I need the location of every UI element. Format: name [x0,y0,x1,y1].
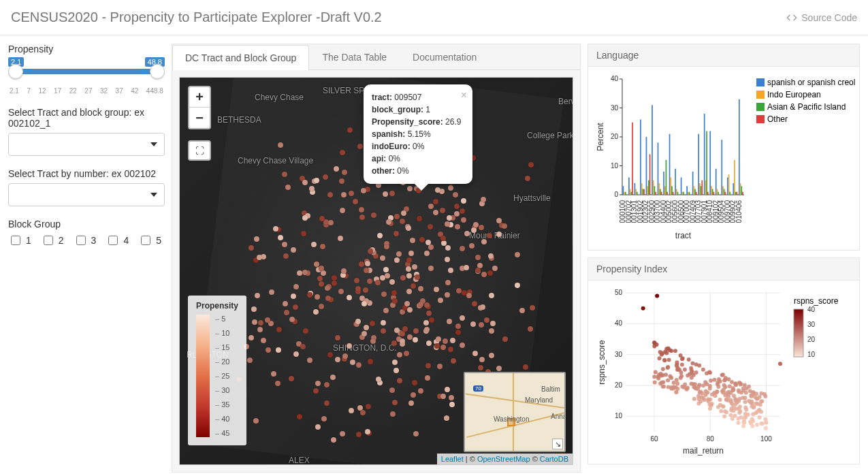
svg-point-410 [664,372,668,377]
source-code-label: Source Code [801,12,857,23]
svg-text:20: 20 [615,381,623,389]
svg-rect-36 [648,180,649,195]
svg-point-179 [709,379,713,383]
svg-rect-54 [669,134,671,195]
svg-point-413 [679,370,683,375]
svg-text:60: 60 [651,435,659,443]
minimap-toggle[interactable]: ↘ [552,439,563,449]
svg-rect-64 [681,178,682,195]
svg-text:50: 50 [615,289,623,296]
svg-point-276 [726,390,730,394]
blockgroup-checkbox-1[interactable]: 1 [8,234,31,247]
svg-point-340 [721,372,725,377]
svg-rect-87 [707,192,709,195]
zoom-out-button[interactable]: − [189,108,210,128]
svg-rect-100 [722,186,724,195]
svg-rect-84 [704,114,705,195]
svg-point-302 [672,381,676,385]
svg-point-300 [696,402,701,406]
svg-rect-114 [739,99,740,195]
close-icon[interactable]: × [461,87,467,104]
svg-point-356 [724,398,728,402]
blockgroup-checkbox-4[interactable]: 4 [106,234,129,247]
svg-point-382 [708,398,712,402]
svg-point-195 [654,370,658,375]
svg-rect-40 [653,180,654,195]
svg-rect-61 [677,192,679,195]
svg-point-402 [701,396,705,400]
svg-rect-15 [624,192,625,195]
svg-rect-91 [712,189,713,195]
svg-text:Indo European: Indo European [767,90,821,99]
zoom-in-button[interactable]: + [189,87,210,108]
svg-text:010406: 010406 [735,200,743,223]
tab-doc[interactable]: Documentation [400,44,489,69]
svg-rect-81 [701,186,702,195]
slider-thumb-hi[interactable] [150,64,165,79]
svg-rect-32 [643,189,645,195]
svg-rect-115 [740,183,741,195]
svg-rect-102 [725,192,726,195]
blockgroup-checkbox-2[interactable]: 2 [41,234,64,247]
svg-text:100: 100 [760,435,772,443]
svg-rect-69 [686,186,688,195]
fullscreen-button[interactable]: ⛶ [188,140,211,161]
svg-point-372 [741,389,745,393]
svg-point-281 [692,397,696,401]
svg-rect-45 [658,183,660,195]
zoom-control: + − [188,86,211,129]
select-tract-bg-label: Select Tract and block group: ex 002102_… [8,107,165,129]
blockgroup-checkbox-3[interactable]: 3 [74,234,97,247]
svg-rect-82 [701,180,703,195]
svg-point-280 [759,392,763,396]
svg-point-305 [722,415,726,419]
map[interactable]: Chevy ChaseSILVER SPRINBETHESDAChevy Cha… [179,77,573,465]
svg-rect-22 [632,123,633,195]
select-tract[interactable] [8,183,165,206]
svg-rect-77 [696,192,697,195]
tab-map[interactable]: DC Tract and Block Group [172,45,309,70]
svg-point-398 [697,383,701,387]
svg-rect-71 [689,192,690,195]
language-title: Language [588,44,859,67]
slider-thumb-lo[interactable] [8,64,23,79]
carto-link[interactable]: CartoDB [540,455,568,463]
svg-text:40: 40 [615,319,623,327]
svg-point-400 [683,383,687,387]
svg-point-253 [679,374,684,378]
svg-point-408 [752,404,756,409]
propensity-slider[interactable]: 2.1 48.8 [8,59,165,84]
svg-point-306 [743,400,748,404]
svg-rect-99 [721,140,722,195]
svg-point-411 [748,389,752,393]
svg-point-414 [739,415,743,419]
svg-point-218 [680,363,684,367]
svg-text:rspns_score: rspns_score [597,340,607,385]
svg-point-381 [710,392,714,396]
osm-link[interactable]: OpenStreetMap [477,455,530,463]
svg-rect-16 [625,192,626,195]
svg-text:0: 0 [614,191,618,198]
legend-title: Propensity [196,301,238,311]
source-code-link[interactable]: Source Code [786,12,857,23]
svg-point-407 [722,383,726,387]
blockgroup-checkbox-5[interactable]: 5 [138,234,161,247]
svg-point-401 [666,379,670,383]
svg-point-404 [737,388,741,392]
svg-rect-46 [660,189,661,195]
svg-point-326 [733,413,737,417]
select-tract-bg[interactable] [8,133,165,156]
svg-point-206 [673,349,677,353]
svg-point-373 [657,372,661,377]
svg-point-418 [764,420,768,424]
svg-point-332 [705,382,709,386]
leaflet-link[interactable]: Leaflet [441,455,464,463]
minimap[interactable]: 70 WashingtonBaltimAnnaMaryland ↘ [464,372,566,452]
chevron-down-icon [150,193,157,197]
chevron-down-icon [150,142,157,146]
propensity-label: Propensity [8,44,165,54]
svg-rect-101 [724,189,725,195]
tab-data[interactable]: The Data Table [309,44,400,69]
svg-rect-35 [647,186,648,195]
route-shield: 70 [473,385,483,392]
